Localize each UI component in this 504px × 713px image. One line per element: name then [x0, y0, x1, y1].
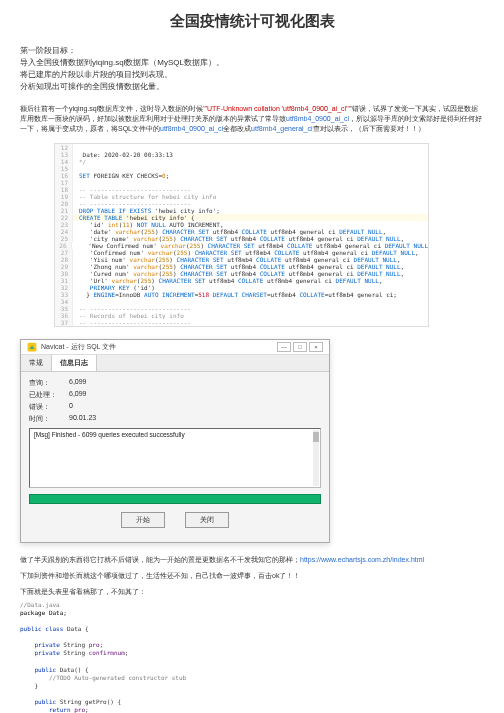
- sql-code-editor: 1213 Date: 2020-02-20 00:33:1314*/1516SE…: [54, 143, 429, 327]
- dialog-log-text: [Msg] Finished - 6099 queries executed s…: [34, 431, 185, 438]
- line-number: 14: [55, 158, 73, 165]
- line-number: 15: [55, 165, 73, 172]
- maximize-button[interactable]: □: [293, 342, 307, 352]
- code-line: -- ----------------------------: [73, 186, 428, 193]
- code-line: SET FOREIGN_KEY_CHECKS=0;: [73, 172, 428, 179]
- line-number: 27: [55, 249, 73, 256]
- code-line: 'Confirmed_num' varchar(255) CHARACTER S…: [73, 249, 428, 256]
- code-line: 'Url' varchar(255) CHARACTER SET utf8mb4…: [73, 277, 428, 284]
- line-number: 28: [55, 256, 73, 263]
- line-number: 37: [55, 319, 73, 326]
- page-title: 全国疫情统计可视化图表: [20, 12, 484, 31]
- line-number: 34: [55, 298, 73, 305]
- line-number: 13: [55, 151, 73, 158]
- line-number: 19: [55, 193, 73, 200]
- progress-bar: [29, 494, 321, 504]
- code-line: PRIMARY KEY ('id'): [73, 284, 428, 291]
- dialog-row-errors: 错误：0: [29, 402, 321, 412]
- code-line: CREATE TABLE 'hebei_city_info' {: [73, 214, 428, 221]
- java-code-data: //Data.java package Data; public class D…: [20, 601, 484, 713]
- line-number: 36: [55, 312, 73, 319]
- intro-line: 第一阶段目标：: [20, 45, 484, 57]
- line-number: 32: [55, 284, 73, 291]
- code-line: Date: 2020-02-20 00:33:13: [73, 151, 428, 158]
- code-line: 'Yisi_num' varchar(255) CHARACTER SET ut…: [73, 256, 428, 263]
- line-number: 22: [55, 214, 73, 221]
- line-number: 21: [55, 207, 73, 214]
- paragraph: 做了半天跟别的东西得它打就不后错误，能为一开始的置是更数据名不干发我知它的那样；…: [20, 555, 484, 565]
- code-line: DROP TABLE IF EXISTS 'hebei_city_info';: [73, 207, 428, 214]
- code-line: -- Table structure for hebei_city_info: [73, 193, 428, 200]
- close-button[interactable]: ×: [309, 342, 323, 352]
- line-number: 26: [55, 242, 72, 249]
- error-paragraph: 额后往前有一个yiqing.sql数据库文件，这时导入数据的时候"'UTF-Un…: [20, 104, 484, 133]
- intro-line: 导入全国疫情数据到yiqing.sql数据库（MySQL数据库）。: [20, 57, 484, 69]
- line-number: 33: [55, 291, 73, 298]
- line-number: 18: [55, 186, 73, 193]
- intro-block: 第一阶段目标： 导入全国疫情数据到yiqing.sql数据库（MySQL数据库）…: [20, 45, 484, 93]
- dialog-tabs: 常规 信息日志: [21, 355, 329, 372]
- dialog-row-time: 时间：90.01.23: [29, 414, 321, 424]
- scrollbar[interactable]: [313, 430, 319, 486]
- line-number: 20: [55, 200, 73, 207]
- code-line: -- ----------------------------: [73, 319, 428, 326]
- paragraph: 下面就是头表里省看稿那了，不知其了：: [20, 587, 484, 597]
- error-text: 'UTF-Unknown collation 'utf8mb4_0900_ai_…: [206, 105, 350, 112]
- line-number: 17: [55, 179, 73, 186]
- dialog-row-queries: 查询：6,099: [29, 378, 321, 388]
- code-line: 'date' varchar(255) CHARACTER SET utf8mb…: [73, 228, 428, 235]
- intro-line: 分析知现出可操作的全国疫情数据化量。: [20, 81, 484, 93]
- navicat-dialog: Navicat - 运行 SQL 文件 — □ × 常规 信息日志 查询：6,0…: [20, 339, 330, 543]
- collation-link-3[interactable]: utf8mb4_general_ci: [251, 125, 313, 132]
- tab-general[interactable]: 常规: [21, 355, 52, 371]
- code-line: 'city_name' varchar(255) CHARACTER SET u…: [73, 235, 428, 242]
- dialog-title: Navicat - 运行 SQL 文件: [41, 342, 277, 352]
- code-line: [73, 165, 428, 172]
- code-line: */: [73, 158, 428, 165]
- collation-link-1[interactable]: utf8mb4_0900_ai_ci: [286, 115, 349, 122]
- code-line: -- ----------------------------: [73, 200, 428, 207]
- dialog-row-processed: 已处理：6,099: [29, 390, 321, 400]
- code-line: -- Records of hebei_city_info: [73, 312, 428, 319]
- line-number: 16: [55, 172, 73, 179]
- line-number: 23: [55, 221, 73, 228]
- code-line: [73, 298, 428, 305]
- code-line: 'id' int(11) NOT NULL AUTO_INCREMENT,: [73, 221, 428, 228]
- dialog-titlebar[interactable]: Navicat - 运行 SQL 文件 — □ ×: [21, 340, 329, 355]
- paragraph: 下加到资件和增长而就这个哪项做过了，生活性还不知，自己找命一波焊事，百击ok了！…: [20, 571, 484, 581]
- navicat-icon: [27, 342, 37, 352]
- dialog-log[interactable]: [Msg] Finished - 6099 queries executed s…: [29, 428, 321, 488]
- echarts-link[interactable]: https://www.echartsjs.com.zh/index.html: [300, 556, 424, 563]
- line-number: 12: [55, 144, 73, 151]
- dialog-body: 查询：6,099 已处理：6,099 错误：0 时间：90.01.23 [Msg…: [21, 372, 329, 542]
- minimize-button[interactable]: —: [277, 342, 291, 352]
- code-line: 'New_Confirmed_num' varchar(255) CHARACT…: [72, 242, 428, 249]
- line-number: 29: [55, 263, 73, 270]
- line-number: 24: [55, 228, 73, 235]
- collation-link-2[interactable]: utf8mb4_0900_ai_ci: [160, 125, 223, 132]
- line-number: 35: [55, 305, 73, 312]
- intro-line: 将已建库的片段以非片段的项目找到表现。: [20, 69, 484, 81]
- close-dialog-button[interactable]: 关闭: [185, 512, 229, 528]
- code-line: [73, 144, 428, 151]
- code-line: } ENGINE=InnoDB AUTO_INCREMENT=518 DEFAU…: [73, 291, 428, 298]
- start-button[interactable]: 开始: [121, 512, 165, 528]
- line-number: 30: [55, 270, 73, 277]
- tab-log[interactable]: 信息日志: [52, 355, 97, 371]
- line-number: 31: [55, 277, 73, 284]
- code-line: [73, 179, 428, 186]
- code-line: -- ----------------------------: [73, 305, 428, 312]
- scrollbar-thumb[interactable]: [313, 432, 319, 442]
- code-line: 'Cured_num' varchar(255) CHARACTER SET u…: [73, 270, 428, 277]
- code-line: 'Zhong_num' varchar(255) CHARACTER SET u…: [73, 263, 428, 270]
- line-number: 25: [55, 235, 73, 242]
